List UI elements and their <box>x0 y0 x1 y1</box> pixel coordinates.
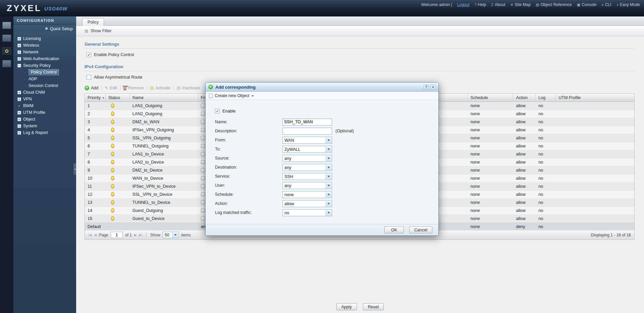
monitor-icon[interactable] <box>2 35 11 42</box>
col-name[interactable]: Name <box>130 94 198 101</box>
dialog-enable-checkbox[interactable] <box>215 109 220 114</box>
page-number-input[interactable] <box>111 232 123 238</box>
cell-status <box>106 136 130 140</box>
col-utm-profile[interactable]: UTM Profile <box>556 94 634 101</box>
reset-button[interactable]: Reset <box>363 303 384 310</box>
show-filter-bar[interactable]: ⊞ Show Filter <box>76 26 644 36</box>
quick-setup-button[interactable]: ✱ Quick Setup <box>13 25 76 33</box>
add-button[interactable]: Add <box>85 86 98 90</box>
cli-link[interactable]: ≡ CLI <box>601 2 611 7</box>
first-page-button[interactable]: |◀ <box>88 233 92 237</box>
description-input[interactable] <box>282 128 332 135</box>
configuration-icon[interactable]: ✿ <box>2 47 11 54</box>
sidebar-item[interactable]: + Wireless <box>13 42 76 49</box>
cell-status <box>106 176 130 180</box>
edit-button[interactable]: ✎ Edit <box>105 86 117 90</box>
expand-icon[interactable]: ▪ <box>17 104 21 108</box>
field-select[interactable]: WAN <box>282 137 332 144</box>
sidebar-item[interactable]: + Web Authentication <box>13 55 76 62</box>
expand-icon[interactable]: + <box>17 124 21 128</box>
sitemap-link[interactable]: ✛ Site Map <box>510 2 531 7</box>
asymmetrical-route-checkbox[interactable] <box>87 75 91 80</box>
sidebar-item-label: Security Policy <box>23 63 52 68</box>
maintenance-icon[interactable] <box>2 60 11 67</box>
ok-button[interactable]: OK <box>384 226 404 233</box>
about-link[interactable]: Z About <box>491 2 505 7</box>
name-input[interactable] <box>282 119 332 126</box>
field-select[interactable]: ZyWALL <box>282 146 332 153</box>
prev-page-button[interactable]: ◀ <box>94 233 97 237</box>
easy-mode-link[interactable]: ◑ Easy Mode <box>616 2 640 7</box>
console-link[interactable]: ▣ Console <box>577 2 596 7</box>
dialog-title-bar[interactable]: Add corresponding ? × <box>206 83 438 92</box>
dialog-close-button[interactable]: × <box>430 85 436 90</box>
field-select[interactable]: none <box>282 191 332 198</box>
sidebar-item[interactable]: + Cloud CNM <box>13 89 76 96</box>
page-size-select[interactable]: 50 <box>163 232 179 238</box>
expand-icon[interactable]: · <box>23 77 26 81</box>
tab-policy[interactable]: Policy <box>82 18 104 26</box>
dashboard-icon[interactable] <box>2 22 11 29</box>
sidebar-item[interactable]: + Log & Report <box>13 129 76 136</box>
sidebar-item[interactable]: + VPN <box>13 96 76 102</box>
sidebar-item[interactable]: − Security Policy <box>13 62 76 69</box>
help-link[interactable]: ? Help <box>474 2 486 7</box>
expand-icon[interactable]: − <box>17 64 21 68</box>
chevron-down-icon[interactable] <box>326 146 331 152</box>
remove-button[interactable]: Remove <box>123 86 144 90</box>
col-log[interactable]: Log <box>536 94 556 101</box>
field-select[interactable]: SSH <box>282 173 332 180</box>
expand-icon[interactable]: + <box>17 111 21 115</box>
expand-icon[interactable]: + <box>17 97 21 101</box>
chevron-down-icon[interactable] <box>326 210 331 216</box>
expand-icon[interactable]: · <box>23 84 26 88</box>
sidebar-item[interactable]: + System <box>13 123 76 129</box>
last-page-button[interactable]: ▶| <box>139 233 143 237</box>
sidebar-item[interactable]: + Network <box>13 49 76 55</box>
sidebar-collapse-handle[interactable]: ◄ <box>73 163 76 175</box>
sidebar-item[interactable]: ▪ BWM <box>13 102 76 109</box>
chevron-down-icon[interactable] <box>326 155 331 161</box>
col-status[interactable]: Status <box>106 94 130 101</box>
chevron-down-icon[interactable] <box>172 232 178 237</box>
activate-button[interactable]: Activate <box>150 86 170 90</box>
col-schedule[interactable]: Schedule <box>468 94 514 101</box>
chevron-down-icon[interactable] <box>326 183 331 188</box>
chevron-down-icon[interactable] <box>326 137 331 143</box>
expand-icon[interactable]: + <box>17 37 21 41</box>
chevron-down-icon[interactable] <box>326 174 331 179</box>
apply-button[interactable]: Apply <box>336 303 357 310</box>
chevron-down-icon[interactable] <box>326 201 331 207</box>
sidebar-item[interactable]: · Session Control <box>13 82 76 89</box>
expand-icon[interactable]: · <box>23 71 26 74</box>
dialog-help-button[interactable]: ? <box>424 85 429 90</box>
field-select[interactable]: no <box>282 209 332 216</box>
field-select[interactable]: any <box>282 155 332 162</box>
field-select[interactable]: any <box>282 182 332 189</box>
chevron-down-icon[interactable] <box>326 165 331 170</box>
next-page-button[interactable]: ▶ <box>134 233 137 237</box>
col-priority[interactable]: Priority ▲ <box>85 94 106 101</box>
object-reference-link[interactable]: ▤ Object Reference <box>536 2 572 7</box>
sidebar-nav: + Licensing + Wireless + Network + Web A… <box>13 35 76 136</box>
chevron-down-icon[interactable] <box>326 192 331 197</box>
sidebar-item[interactable]: + UTM Profile <box>13 109 76 116</box>
col-action[interactable]: Action <box>513 94 536 101</box>
expand-icon[interactable]: + <box>17 118 21 121</box>
create-new-object-button[interactable]: Create new Object <box>206 92 438 100</box>
expand-icon[interactable]: + <box>17 91 21 94</box>
sidebar-item[interactable]: · Policy Control <box>13 69 76 76</box>
sidebar-item[interactable]: + Licensing <box>13 35 76 42</box>
expand-icon[interactable]: + <box>17 131 21 135</box>
logout-link[interactable]: Logout <box>457 2 470 7</box>
enable-policy-checkbox[interactable] <box>87 52 91 57</box>
inactivate-button[interactable]: Inactivate <box>177 86 200 90</box>
field-select[interactable]: any <box>282 164 332 171</box>
expand-icon[interactable]: + <box>17 57 21 61</box>
expand-icon[interactable]: + <box>17 50 21 54</box>
field-select[interactable]: allow <box>282 200 332 207</box>
sidebar-item[interactable]: + Object <box>13 116 76 123</box>
expand-icon[interactable]: + <box>17 44 21 47</box>
sidebar-item[interactable]: · ADP <box>13 76 76 82</box>
cancel-button[interactable]: Cancel <box>409 226 432 233</box>
